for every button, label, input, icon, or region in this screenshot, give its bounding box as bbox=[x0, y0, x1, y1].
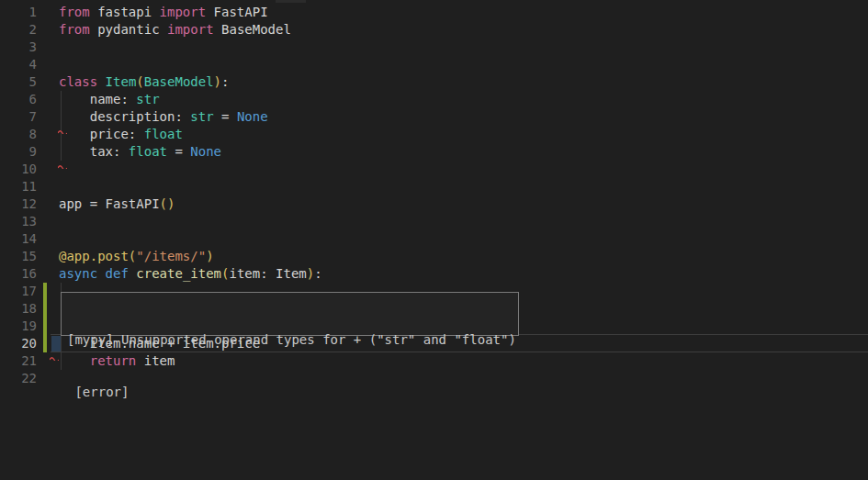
line-number[interactable]: 22 bbox=[0, 370, 37, 387]
line-number[interactable]: 21 bbox=[0, 352, 37, 370]
lint-error-mark bbox=[58, 121, 67, 127]
line-number[interactable]: 12 bbox=[0, 195, 37, 213]
line-number[interactable]: 18 bbox=[0, 300, 37, 318]
code-line[interactable]: from fastapi import FastAPI bbox=[59, 4, 268, 21]
line-number[interactable]: 2 bbox=[0, 21, 37, 39]
line-number[interactable]: 4 bbox=[0, 56, 37, 73]
line-number[interactable]: 10 bbox=[0, 161, 37, 178]
diagnostic-severity: [error] bbox=[67, 384, 513, 401]
code-line[interactable]: @app.post("/items/") bbox=[59, 248, 214, 265]
code-line[interactable]: name: str bbox=[59, 91, 160, 108]
lint-error-mark bbox=[58, 156, 67, 162]
code-line[interactable]: class Item(BaseModel): bbox=[59, 73, 229, 91]
code-line[interactable]: from pydantic import BaseModel bbox=[59, 21, 291, 39]
line-number[interactable]: 3 bbox=[0, 39, 37, 56]
code-row: 13 bbox=[0, 213, 868, 230]
line-number[interactable]: 13 bbox=[0, 213, 37, 230]
code-row: 2from pydantic import BaseModel bbox=[0, 21, 868, 39]
squiggle-icon bbox=[50, 355, 59, 361]
line-number[interactable]: 11 bbox=[0, 178, 37, 195]
code-row: 7 description: str = None bbox=[0, 108, 868, 126]
line-number[interactable]: 6 bbox=[0, 91, 37, 108]
line-number[interactable]: 16 bbox=[0, 265, 37, 283]
diagnostic-message: [mypy] Unsupported operand types for + (… bbox=[67, 331, 513, 349]
code-row: 10 bbox=[0, 161, 868, 178]
top-edge-fragment bbox=[276, 0, 306, 3]
code-line[interactable]: async def create_item(item: Item): bbox=[59, 265, 322, 283]
line-number[interactable]: 9 bbox=[0, 143, 37, 161]
git-added-indicator bbox=[43, 283, 47, 352]
code-row: 5class Item(BaseModel): bbox=[0, 73, 868, 91]
line-number[interactable]: 15 bbox=[0, 248, 37, 265]
squiggle-icon bbox=[58, 128, 67, 134]
code-line[interactable]: app = FastAPI() bbox=[59, 195, 175, 213]
line-number[interactable]: 17 bbox=[0, 283, 37, 300]
code-line[interactable]: price: float bbox=[59, 126, 183, 143]
code-row: 14 bbox=[0, 230, 868, 248]
lint-error-mark bbox=[50, 348, 59, 353]
code-row: 6 name: str bbox=[0, 91, 868, 108]
code-row: 9 tax: float = None bbox=[0, 143, 868, 161]
line-number[interactable]: 5 bbox=[0, 73, 37, 91]
code-row: 11 bbox=[0, 178, 868, 195]
code-line[interactable]: tax: float = None bbox=[59, 143, 221, 161]
code-row: 15@app.post("/items/") bbox=[0, 248, 868, 265]
line-number[interactable]: 1 bbox=[0, 4, 37, 21]
line-number[interactable]: 7 bbox=[0, 108, 37, 126]
squiggle-icon bbox=[58, 163, 67, 169]
code-editor[interactable]: 1from fastapi import FastAPI2from pydant… bbox=[0, 0, 868, 480]
code-row: 8 price: float bbox=[0, 126, 868, 143]
line-number[interactable]: 20 bbox=[0, 335, 37, 352]
diagnostic-tooltip: [mypy] Unsupported operand types for + (… bbox=[61, 292, 519, 336]
code-line[interactable]: description: str = None bbox=[59, 108, 268, 126]
code-row: 3 bbox=[0, 39, 868, 56]
line-number[interactable]: 14 bbox=[0, 230, 37, 248]
code-row: 4 bbox=[0, 56, 868, 73]
code-row: 1from fastapi import FastAPI bbox=[0, 4, 868, 21]
line-number[interactable]: 8 bbox=[0, 126, 37, 143]
code-row: 12app = FastAPI() bbox=[0, 195, 868, 213]
line-number[interactable]: 19 bbox=[0, 318, 37, 335]
code-row: 16async def create_item(item: Item): bbox=[0, 265, 868, 283]
